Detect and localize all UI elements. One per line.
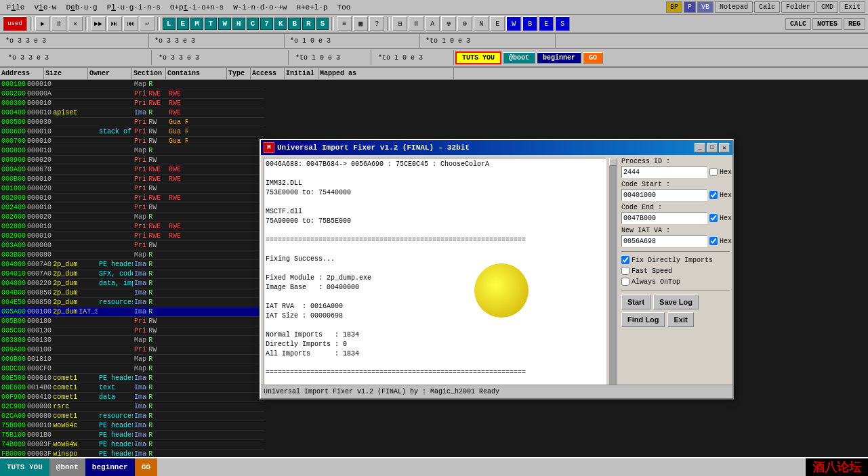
menu-plugins[interactable]: Pl·u·g·i·n·s: [103, 2, 165, 13]
tb-S[interactable]: S: [316, 18, 329, 30]
tb-grid2-btn[interactable]: ▦: [353, 16, 368, 31]
table-row[interactable]: 009A0000 00010000 Priv RW: [0, 345, 264, 355]
menu-file[interactable]: File: [3, 2, 28, 13]
menu-help[interactable]: H+e+l·p: [292, 2, 331, 13]
tb-M[interactable]: M: [190, 18, 203, 30]
bnav-tuts[interactable]: TUTS YOU: [0, 458, 49, 476]
uif-minimize-btn[interactable]: _: [695, 143, 705, 152]
tb-pause-btn[interactable]: ⏸: [51, 16, 66, 31]
table-row[interactable]: 005B0000 00018000 Priv RW: [0, 317, 264, 326]
table-row[interactable]: 00060000 00001000 stack of ma Priv RW Gu…: [0, 127, 264, 137]
notes-btn[interactable]: NOTES: [812, 18, 842, 30]
tb-r4[interactable]: ☢: [441, 16, 456, 31]
tb-grid-btn[interactable]: ≡: [337, 16, 352, 31]
vscroll-track[interactable]: [609, 166, 617, 387]
tb-L[interactable]: L: [163, 18, 175, 30]
table-row[interactable]: 009B0000 00181000 Map R: [0, 355, 264, 364]
code-end-input[interactable]: [621, 212, 707, 224]
new-iat-va-input[interactable]: [621, 235, 707, 247]
code-start-input[interactable]: [621, 189, 707, 201]
nav-tuts[interactable]: TUTS YOU: [455, 51, 501, 64]
calc-right-btn[interactable]: CALC: [785, 18, 811, 30]
tb-T[interactable]: T: [205, 18, 218, 30]
table-row[interactable]: 02CA0000 00008000 comet132 resources Ima…: [0, 412, 264, 421]
menu-debug[interactable]: Deb·u·g: [62, 2, 101, 13]
tb-r1[interactable]: ⊟: [392, 16, 407, 31]
tb-r7[interactable]: E: [490, 16, 505, 31]
table-row[interactable]: 00E50000 00001000 comet132 PE header Ima…: [0, 374, 264, 383]
table-row[interactable]: 74B00000 00003F000 wow64win PE header Im…: [0, 440, 264, 450]
tb-K[interactable]: K: [274, 18, 287, 30]
tb-stop-btn[interactable]: ✕: [68, 16, 83, 31]
bnav-beginner[interactable]: beginner: [85, 458, 135, 476]
tb-7[interactable]: 7: [260, 18, 273, 30]
tb-trace-btn[interactable]: ⏮: [123, 16, 138, 31]
menu-options[interactable]: O+pt·i·o+n·s: [166, 2, 228, 13]
tb-back-btn[interactable]: ↩: [140, 16, 154, 31]
table-row[interactable]: 75B00000 00001000 wow64cpu PE header Ima…: [0, 421, 264, 431]
vscroll-up-btn[interactable]: ▲: [609, 158, 617, 166]
find-log-button[interactable]: Find Log: [621, 312, 665, 327]
table-row[interactable]: 00F90000 00041000 comet132 data Imag R: [0, 393, 264, 402]
table-row[interactable]: 003A0000 00006000 Priv RW: [0, 241, 264, 251]
tb-E[interactable]: E: [177, 18, 190, 30]
nav-beginner[interactable]: beginner: [537, 52, 581, 64]
tb-r5[interactable]: ⚙: [457, 16, 472, 31]
start-button[interactable]: Start: [621, 295, 650, 309]
cmd-btn[interactable]: CMD: [817, 1, 838, 13]
tb-B[interactable]: B: [288, 18, 301, 30]
tb-r11[interactable]: S: [555, 16, 570, 31]
calc-btn[interactable]: Calc: [754, 1, 780, 13]
bnav-boot[interactable]: @boot: [49, 458, 85, 476]
nav-boot[interactable]: @boot: [503, 52, 535, 64]
exit-menu-btn[interactable]: Exit: [840, 1, 865, 13]
always-on-top-check[interactable]: [621, 278, 629, 286]
tb-R[interactable]: R: [302, 18, 315, 30]
table-row[interactable]: 00280000 00001000 Priv RWE RWE: [0, 222, 264, 232]
table-row[interactable]: 75B10000 0001B000 PE header Imag R: [0, 431, 264, 440]
table-row[interactable]: 00040000 00001000 apisetsc Imag R RWE: [0, 108, 264, 118]
table-row[interactable]: 00E60000 0014B000 comet132 text Imag R: [0, 383, 264, 393]
new-iat-va-hex-check[interactable]: [709, 237, 718, 245]
table-row[interactable]: 00010000 00001000 Map R: [0, 80, 264, 89]
tb-H[interactable]: H: [232, 18, 245, 30]
tb-C[interactable]: C: [247, 18, 260, 30]
tb-W[interactable]: W: [218, 18, 231, 30]
uif-close-btn[interactable]: ✕: [719, 143, 730, 152]
menu-window[interactable]: W-i·n·d·o·+w: [229, 2, 291, 13]
exit-button[interactable]: Exit: [667, 312, 693, 327]
folder-btn[interactable]: Folder: [781, 1, 815, 13]
uif-log[interactable]: 0046A688: 0047B684-> 0056A690 : 75CE0C45…: [264, 158, 606, 385]
tb-r2[interactable]: ⏸: [409, 16, 423, 31]
table-row[interactable]: 00050000 00003000 Priv RW Gua RW: [0, 118, 264, 127]
table-row[interactable]: 000B0000 00001000 Priv RWE RWE: [0, 175, 264, 184]
menu-view[interactable]: Vie·w: [30, 2, 60, 13]
table-row[interactable]: 00400000 0007A000 2p_dump PE header Imag…: [0, 260, 264, 269]
table-row[interactable]: 00401000 0007A000 2p_dump SFX, code Imag…: [0, 269, 264, 279]
code-start-hex-check[interactable]: [709, 191, 718, 199]
table-row[interactable]: 005A0000 00010000 2p_dump IAT_SEC Imag R: [0, 307, 264, 317]
table-row[interactable]: 00100000 00002000 Priv RW: [0, 184, 264, 194]
bnav-go[interactable]: GO: [135, 458, 157, 476]
uif-maximize-btn[interactable]: □: [707, 143, 718, 152]
tb-r8[interactable]: W: [506, 16, 521, 31]
process-id-hex-check[interactable]: [709, 168, 718, 176]
tb-r9[interactable]: B: [522, 16, 537, 31]
table-row[interactable]: 00090000 00002000 Priv RW: [0, 156, 264, 165]
table-row[interactable]: 00380000 00013000 Map R: [0, 336, 264, 345]
menu-too[interactable]: Too: [333, 2, 355, 13]
table-row[interactable]: 000A0000 00067000 Priv RWE RWE: [0, 165, 264, 175]
reg-btn[interactable]: REG: [844, 18, 865, 30]
fix-directly-check[interactable]: [621, 256, 629, 264]
tb-stepinto-btn[interactable]: ▶▶: [91, 16, 106, 31]
table-row[interactable]: 004E5000 00085000 2p_dump resources Imag…: [0, 298, 264, 307]
table-row[interactable]: 00260000 00002000 Map R: [0, 213, 264, 222]
code-end-hex-check[interactable]: [709, 214, 718, 222]
table-row[interactable]: 004B0000 00085000 2p_dump Imag R: [0, 288, 264, 298]
table-row[interactable]: 005C0000 00013000 Priv RW: [0, 326, 264, 336]
table-row[interactable]: 00200000 00001000 Priv RWE RWE: [0, 194, 264, 203]
table-row[interactable]: 02C90000 00000000 rsrc Imag R: [0, 402, 264, 412]
fast-speed-check[interactable]: [621, 267, 629, 275]
table-row[interactable]: 00030000 00001000 Priv RWE RWE: [0, 99, 264, 108]
nav-go[interactable]: GO: [583, 52, 603, 64]
